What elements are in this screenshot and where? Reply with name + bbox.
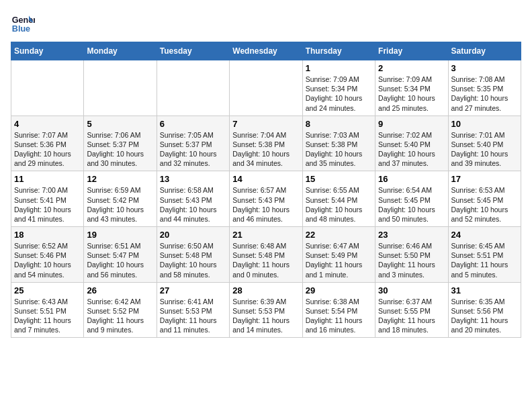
- day-info: Sunrise: 7:08 AM Sunset: 5:35 PM Dayligh…: [451, 75, 518, 113]
- day-info: Sunrise: 6:41 AM Sunset: 5:53 PM Dayligh…: [160, 297, 226, 335]
- calendar-cell: 11Sunrise: 7:00 AM Sunset: 5:41 PM Dayli…: [11, 171, 84, 227]
- day-number: 9: [378, 119, 445, 129]
- day-number: 21: [232, 230, 299, 240]
- calendar-cell: 6Sunrise: 7:05 AM Sunset: 5:37 PM Daylig…: [157, 116, 229, 171]
- day-number: 28: [232, 285, 299, 295]
- calendar-cell: 24Sunrise: 6:45 AM Sunset: 5:51 PM Dayli…: [448, 227, 521, 283]
- calendar-cell: 2Sunrise: 7:09 AM Sunset: 5:34 PM Daylig…: [375, 60, 448, 116]
- day-info: Sunrise: 6:57 AM Sunset: 5:43 PM Dayligh…: [232, 185, 299, 224]
- header-row: SundayMondayTuesdayWednesdayThursdayFrid…: [11, 42, 521, 60]
- col-header-sunday: Sunday: [11, 42, 84, 60]
- day-info: Sunrise: 6:38 AM Sunset: 5:54 PM Dayligh…: [306, 297, 372, 335]
- week-row-1: 4Sunrise: 7:07 AM Sunset: 5:36 PM Daylig…: [11, 116, 521, 171]
- day-info: Sunrise: 7:01 AM Sunset: 5:40 PM Dayligh…: [451, 130, 518, 169]
- day-number: 12: [87, 174, 153, 184]
- svg-text:Blue: Blue: [12, 24, 30, 34]
- col-header-tuesday: Tuesday: [157, 42, 229, 60]
- day-number: 26: [87, 285, 153, 295]
- day-info: Sunrise: 6:50 AM Sunset: 5:48 PM Dayligh…: [160, 241, 226, 279]
- day-info: Sunrise: 7:00 AM Sunset: 5:41 PM Dayligh…: [14, 185, 81, 224]
- calendar-cell: 23Sunrise: 6:46 AM Sunset: 5:50 PM Dayli…: [375, 227, 448, 283]
- day-info: Sunrise: 7:07 AM Sunset: 5:36 PM Dayligh…: [14, 130, 81, 169]
- day-info: Sunrise: 6:46 AM Sunset: 5:50 PM Dayligh…: [378, 241, 445, 279]
- calendar-cell: 20Sunrise: 6:50 AM Sunset: 5:48 PM Dayli…: [157, 227, 229, 283]
- day-number: 4: [14, 119, 81, 129]
- day-number: 25: [14, 285, 81, 295]
- calendar-cell: 18Sunrise: 6:52 AM Sunset: 5:46 PM Dayli…: [11, 227, 84, 283]
- calendar-cell: 29Sunrise: 6:38 AM Sunset: 5:54 PM Dayli…: [302, 282, 375, 338]
- day-number: 23: [378, 230, 445, 240]
- day-info: Sunrise: 6:39 AM Sunset: 5:53 PM Dayligh…: [232, 297, 299, 335]
- col-header-thursday: Thursday: [302, 42, 375, 60]
- calendar-cell: [84, 60, 157, 116]
- col-header-wednesday: Wednesday: [230, 42, 302, 60]
- calendar-cell: 27Sunrise: 6:41 AM Sunset: 5:53 PM Dayli…: [157, 282, 229, 338]
- day-info: Sunrise: 6:42 AM Sunset: 5:52 PM Dayligh…: [87, 297, 153, 335]
- logo: General Blue: [11, 11, 35, 35]
- day-number: 20: [160, 230, 226, 240]
- day-info: Sunrise: 7:02 AM Sunset: 5:40 PM Dayligh…: [378, 130, 445, 169]
- week-row-4: 25Sunrise: 6:43 AM Sunset: 5:51 PM Dayli…: [11, 282, 521, 338]
- day-info: Sunrise: 6:47 AM Sunset: 5:49 PM Dayligh…: [306, 241, 372, 279]
- day-number: 15: [306, 174, 372, 184]
- week-row-3: 18Sunrise: 6:52 AM Sunset: 5:46 PM Dayli…: [11, 227, 521, 283]
- day-number: 16: [378, 174, 445, 184]
- day-number: 13: [160, 174, 226, 184]
- calendar-cell: 13Sunrise: 6:58 AM Sunset: 5:43 PM Dayli…: [157, 171, 229, 227]
- day-number: 14: [232, 174, 299, 184]
- calendar-cell: 19Sunrise: 6:51 AM Sunset: 5:47 PM Dayli…: [84, 227, 157, 283]
- day-info: Sunrise: 6:48 AM Sunset: 5:48 PM Dayligh…: [232, 241, 299, 279]
- day-number: 27: [160, 285, 226, 295]
- day-number: 6: [160, 119, 226, 129]
- calendar-cell: 3Sunrise: 7:08 AM Sunset: 5:35 PM Daylig…: [448, 60, 521, 116]
- calendar-cell: 10Sunrise: 7:01 AM Sunset: 5:40 PM Dayli…: [448, 116, 521, 171]
- calendar-header: SundayMondayTuesdayWednesdayThursdayFrid…: [11, 42, 521, 60]
- calendar-cell: 1Sunrise: 7:09 AM Sunset: 5:34 PM Daylig…: [302, 60, 375, 116]
- calendar-table: SundayMondayTuesdayWednesdayThursdayFrid…: [11, 42, 521, 338]
- day-number: 29: [306, 285, 372, 295]
- calendar-cell: 9Sunrise: 7:02 AM Sunset: 5:40 PM Daylig…: [375, 116, 448, 171]
- day-number: 30: [378, 285, 445, 295]
- calendar-cell: [230, 60, 302, 116]
- day-info: Sunrise: 7:06 AM Sunset: 5:37 PM Dayligh…: [87, 130, 153, 169]
- day-info: Sunrise: 6:59 AM Sunset: 5:42 PM Dayligh…: [87, 185, 153, 224]
- day-info: Sunrise: 6:51 AM Sunset: 5:47 PM Dayligh…: [87, 241, 153, 279]
- calendar-cell: 22Sunrise: 6:47 AM Sunset: 5:49 PM Dayli…: [302, 227, 375, 283]
- week-row-0: 1Sunrise: 7:09 AM Sunset: 5:34 PM Daylig…: [11, 60, 521, 116]
- calendar-cell: 4Sunrise: 7:07 AM Sunset: 5:36 PM Daylig…: [11, 116, 84, 171]
- day-number: 2: [378, 63, 445, 73]
- day-number: 18: [14, 230, 81, 240]
- day-number: 31: [451, 285, 518, 295]
- calendar-cell: [11, 60, 84, 116]
- day-number: 3: [451, 63, 518, 73]
- calendar-cell: 14Sunrise: 6:57 AM Sunset: 5:43 PM Dayli…: [230, 171, 302, 227]
- day-number: 22: [306, 230, 372, 240]
- calendar-cell: 16Sunrise: 6:54 AM Sunset: 5:45 PM Dayli…: [375, 171, 448, 227]
- col-header-monday: Monday: [84, 42, 157, 60]
- day-info: Sunrise: 6:43 AM Sunset: 5:51 PM Dayligh…: [14, 297, 81, 335]
- day-info: Sunrise: 6:54 AM Sunset: 5:45 PM Dayligh…: [378, 185, 445, 224]
- day-info: Sunrise: 6:58 AM Sunset: 5:43 PM Dayligh…: [160, 185, 226, 224]
- calendar-cell: 7Sunrise: 7:04 AM Sunset: 5:38 PM Daylig…: [230, 116, 302, 171]
- calendar-cell: 5Sunrise: 7:06 AM Sunset: 5:37 PM Daylig…: [84, 116, 157, 171]
- day-info: Sunrise: 6:52 AM Sunset: 5:46 PM Dayligh…: [14, 241, 81, 279]
- calendar-cell: 21Sunrise: 6:48 AM Sunset: 5:48 PM Dayli…: [230, 227, 302, 283]
- day-number: 17: [451, 174, 518, 184]
- day-number: 8: [306, 119, 372, 129]
- day-info: Sunrise: 6:45 AM Sunset: 5:51 PM Dayligh…: [451, 241, 518, 279]
- day-number: 7: [232, 119, 299, 129]
- logo-icon: General Blue: [11, 11, 35, 35]
- day-info: Sunrise: 7:09 AM Sunset: 5:34 PM Dayligh…: [306, 75, 372, 113]
- day-info: Sunrise: 7:09 AM Sunset: 5:34 PM Dayligh…: [378, 75, 445, 113]
- calendar-cell: 25Sunrise: 6:43 AM Sunset: 5:51 PM Dayli…: [11, 282, 84, 338]
- day-number: 24: [451, 230, 518, 240]
- day-info: Sunrise: 7:03 AM Sunset: 5:38 PM Dayligh…: [306, 130, 372, 169]
- day-number: 5: [87, 119, 153, 129]
- header: General Blue: [11, 11, 521, 35]
- day-number: 19: [87, 230, 153, 240]
- col-header-friday: Friday: [375, 42, 448, 60]
- day-info: Sunrise: 6:55 AM Sunset: 5:44 PM Dayligh…: [306, 185, 372, 224]
- calendar-cell: 12Sunrise: 6:59 AM Sunset: 5:42 PM Dayli…: [84, 171, 157, 227]
- day-info: Sunrise: 7:05 AM Sunset: 5:37 PM Dayligh…: [160, 130, 226, 169]
- day-info: Sunrise: 7:04 AM Sunset: 5:38 PM Dayligh…: [232, 130, 299, 169]
